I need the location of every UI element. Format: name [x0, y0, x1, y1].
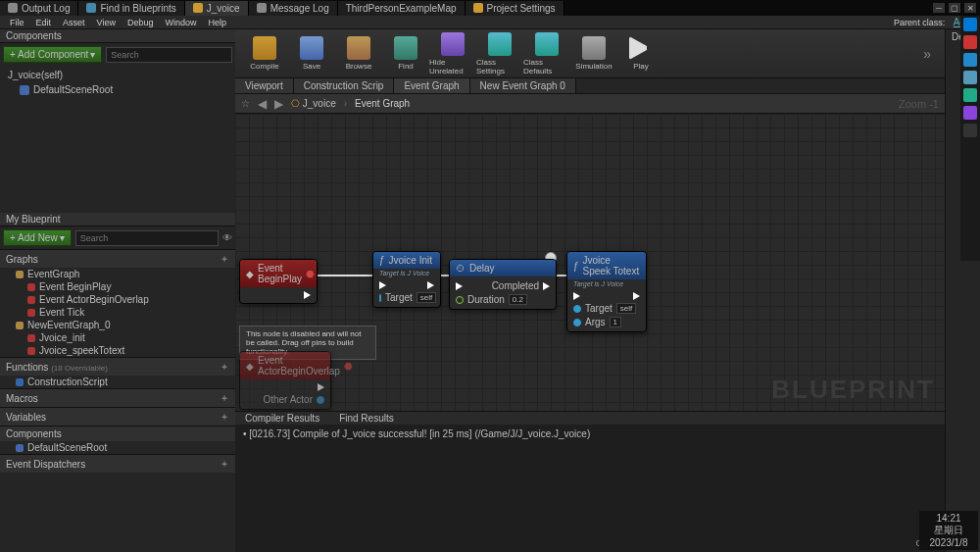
node-jvoice-init[interactable]: ƒJvoice Init Target is J Voice Targetsel…	[372, 251, 441, 308]
system-clock[interactable]: 14:21 星期日 2023/1/8	[919, 511, 978, 550]
tab-map[interactable]: ThirdPersonExampleMap	[338, 1, 466, 16]
close-button[interactable]: ✕	[964, 3, 976, 13]
menu-help[interactable]: Help	[202, 18, 232, 27]
tab-find-in-bp[interactable]: Find in Blueprints	[78, 1, 184, 16]
target-pin[interactable]	[379, 294, 381, 302]
add-function-icon[interactable]: ＋	[220, 360, 229, 374]
favorite-icon[interactable]: ☆	[241, 98, 250, 109]
component-default-scene-root[interactable]: DefaultSceneRoot	[0, 82, 235, 97]
minimize-button[interactable]: ─	[933, 3, 945, 13]
eye-icon[interactable]: 👁	[222, 232, 232, 243]
breadcrumb-graph[interactable]: Event Graph	[355, 98, 410, 109]
tab-jvoice[interactable]: J_voice	[185, 1, 249, 16]
exec-out-pin[interactable]	[633, 292, 640, 300]
toolbar-find[interactable]: Find	[382, 31, 429, 76]
toolbar-overflow[interactable]: »	[915, 46, 939, 62]
menu-bar: File Edit Asset View Debug Window Help P…	[0, 16, 980, 29]
toolbar-class-defaults[interactable]: Class Defaults	[523, 31, 570, 76]
settings-icon	[488, 32, 512, 56]
exec-out-pin[interactable]	[304, 291, 311, 299]
add-component-button[interactable]: + Add Component▾	[3, 46, 102, 63]
tab-output-log[interactable]: Output Log	[0, 1, 78, 16]
duration-pin[interactable]	[456, 296, 464, 304]
maximize-button[interactable]: ▢	[949, 3, 960, 13]
event-tick[interactable]: Event Tick	[10, 306, 235, 319]
tab-event-graph[interactable]: Event Graph	[394, 78, 469, 93]
search-icon	[86, 3, 96, 13]
exec-in-pin[interactable]	[573, 292, 580, 300]
tab-message-log[interactable]: Message Log	[249, 1, 338, 16]
menu-edit[interactable]: Edit	[30, 18, 58, 27]
unreal-icon[interactable]	[963, 124, 977, 137]
tab-new-event-graph[interactable]: New Event Graph 0	[470, 78, 576, 93]
node-actor-begin-overlap[interactable]: ◆Event ActorBeginOverlap⬣ Other Actor	[239, 351, 331, 410]
tab-find-results[interactable]: Find Results	[329, 411, 404, 426]
add-variable-icon[interactable]: ＋	[220, 410, 229, 424]
event-actoroverlap[interactable]: Event ActorBeginOverlap	[10, 293, 235, 306]
node-event-beginplay[interactable]: ◆Event BeginPlay⬣	[239, 259, 318, 304]
toolbar-browse[interactable]: Browse	[335, 31, 382, 76]
exec-in-pin[interactable]	[456, 282, 463, 290]
section-dispatchers[interactable]: Event Dispatchers＋	[0, 454, 235, 473]
graph-neweventgraph[interactable]: NewEventGraph_0	[10, 319, 235, 331]
exec-in-pin[interactable]	[379, 281, 386, 289]
menu-debug[interactable]: Debug	[122, 18, 160, 27]
toolbar-simulation[interactable]: Simulation	[570, 31, 617, 76]
section-functions[interactable]: Functions (18 Overridable)＋	[0, 357, 235, 376]
toolbar-play[interactable]: Play	[617, 31, 664, 76]
menu-window[interactable]: Window	[159, 18, 202, 27]
nav-forward[interactable]: ▶	[274, 97, 283, 111]
myblueprint-search[interactable]	[75, 230, 219, 246]
graph-canvas[interactable]: ◆Event BeginPlay⬣ ƒJvoice Init Target is…	[235, 114, 945, 411]
blueprint-watermark: BLUEPRINT	[771, 375, 935, 405]
breadcrumb-blueprint[interactable]: ⎔ J_voice	[291, 98, 336, 109]
args-pin[interactable]	[573, 319, 581, 326]
vs-icon[interactable]	[963, 106, 977, 120]
nav-back[interactable]: ◀	[258, 97, 267, 111]
function-construction[interactable]: ConstructionScript	[10, 376, 235, 388]
toolbar-hide-unrelated[interactable]: Hide Unrelated	[429, 31, 476, 76]
menu-view[interactable]: View	[91, 18, 122, 27]
toolbar-compile[interactable]: Compile	[241, 31, 288, 76]
exec-out-pin[interactable]	[543, 282, 550, 290]
node-delay[interactable]: ⏲Delay Completed Duration0.2	[449, 259, 557, 310]
vscode-icon[interactable]	[963, 53, 977, 67]
title-bar: Output Log Find in Blueprints J_voice Me…	[0, 0, 980, 16]
gear-icon	[473, 3, 483, 13]
other-actor-pin[interactable]	[317, 396, 324, 404]
toolbar-save[interactable]: Save	[288, 31, 335, 76]
title-tabs: Output Log Find in Blueprints J_voice Me…	[0, 1, 933, 16]
app-icon[interactable]	[963, 35, 977, 49]
event-jvoice-init[interactable]: Jvoice_init	[10, 331, 235, 344]
add-dispatcher-icon[interactable]: ＋	[220, 457, 229, 471]
edge-icon[interactable]	[963, 88, 977, 102]
section-variables[interactable]: Variables＋	[0, 407, 235, 426]
add-new-button[interactable]: + Add New▾	[3, 229, 72, 246]
section-components[interactable]: Components	[0, 426, 235, 441]
tab-viewport[interactable]: Viewport	[235, 78, 294, 93]
toolbar-class-settings[interactable]: Class Settings	[476, 31, 523, 76]
tab-compiler-results[interactable]: Compiler Results	[235, 411, 329, 426]
tab-settings[interactable]: Project Settings	[466, 1, 564, 16]
node-header: ƒJvoice Init	[373, 252, 440, 269]
graph-eventgraph[interactable]: EventGraph	[10, 268, 235, 280]
app-icon[interactable]	[963, 71, 977, 84]
menu-file[interactable]: File	[4, 18, 30, 27]
component-root[interactable]: J_voice(self)	[0, 68, 235, 82]
event-beginplay[interactable]: Event BeginPlay	[10, 280, 235, 293]
tab-construction[interactable]: Construction Scrip	[294, 78, 395, 93]
add-macro-icon[interactable]: ＋	[220, 391, 229, 405]
exec-out-pin[interactable]	[318, 383, 324, 391]
windows-icon[interactable]	[963, 18, 977, 31]
section-macros[interactable]: Macros＋	[0, 388, 235, 407]
var-default-scene-root[interactable]: DefaultSceneRoot	[10, 441, 235, 454]
menu-asset[interactable]: Asset	[57, 18, 91, 27]
compiler-results: • [0216.73] Compile of J_voice successfu…	[235, 425, 945, 552]
components-search[interactable]	[106, 47, 232, 63]
add-graph-icon[interactable]: ＋	[220, 252, 229, 266]
node-jvoice-speek[interactable]: ƒJvoice Speek Totext Target is J Voice T…	[566, 251, 647, 332]
target-pin[interactable]	[573, 305, 581, 313]
exec-out-pin[interactable]	[427, 281, 434, 289]
section-graphs[interactable]: Graphs＋	[0, 249, 235, 268]
event-jvoice-speek[interactable]: Jvoice_speekTotext	[10, 344, 235, 357]
